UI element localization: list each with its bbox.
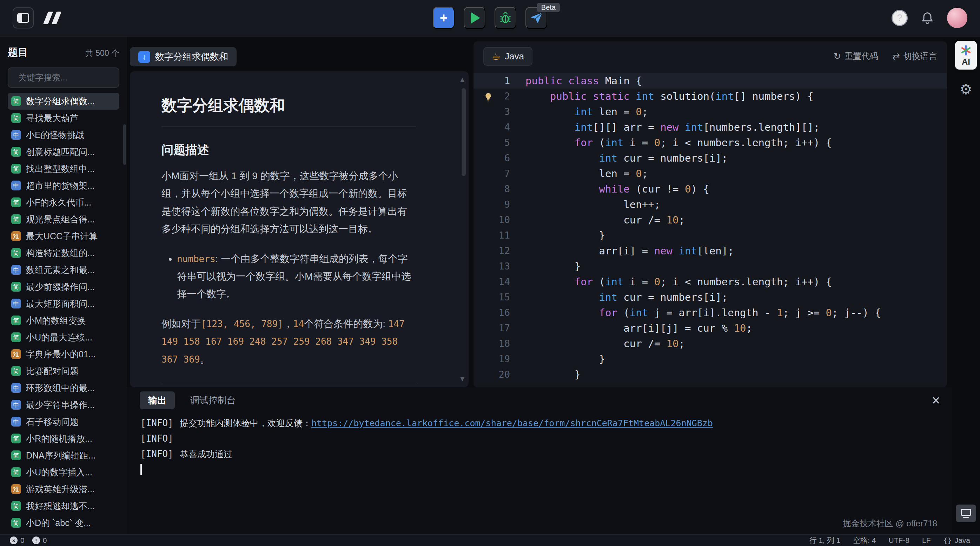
code-line[interactable]: 13 } — [474, 259, 947, 274]
sidebar-scrollbar[interactable] — [123, 125, 126, 165]
line-number: 5 — [474, 135, 510, 150]
settings-gear-icon[interactable]: ⚙ — [959, 82, 972, 96]
code-line[interactable]: 18 cur /= 10; — [474, 336, 947, 351]
problem-list-item[interactable]: 中最大矩形面积问... — [8, 295, 119, 312]
submit-button[interactable]: Beta — [525, 7, 547, 29]
problem-list-item[interactable]: 简观光景点组合得... — [8, 211, 119, 228]
line-number: 4 — [474, 120, 510, 135]
problem-list-item[interactable]: 难字典序最小的01... — [8, 346, 119, 362]
problem-list-item[interactable]: 简小D的 `abc` 变... — [8, 514, 119, 531]
problem-list-item[interactable]: 中石子移动问题 — [8, 413, 119, 430]
bullet-parts: numbers: 一个由多个整数字符串组成的列表，每个字符串可以视为一个数字组。… — [177, 253, 411, 300]
scroll-up-icon[interactable]: ▲ — [459, 75, 466, 84]
marscode-logo[interactable] — [46, 11, 59, 24]
problem-item-label: 比赛配对问题 — [26, 366, 79, 377]
problem-list-item[interactable]: 中超市里的货物架... — [8, 177, 119, 194]
scroll-down-icon[interactable]: ▼ — [459, 375, 466, 383]
code-line[interactable]: 6 int cur = numbers[i]; — [474, 150, 947, 166]
sidebar-toggle-button[interactable] — [13, 7, 34, 29]
language-label: Java — [505, 51, 524, 62]
tab-output[interactable]: 输出 — [140, 391, 175, 409]
eol-setting[interactable]: LF — [922, 536, 931, 544]
problem-list-item[interactable]: 简小R的随机播放... — [8, 430, 119, 447]
problem-list-item[interactable]: 中小E的怪物挑战 — [8, 126, 119, 143]
tab-debug-console[interactable]: 调试控制台 — [190, 394, 236, 407]
warnings-indicator[interactable]: ! 0 — [32, 536, 47, 544]
java-cup-icon: ☕ — [492, 51, 501, 62]
debug-button[interactable] — [495, 7, 516, 29]
problem-item-label: 找出整型数组中... — [26, 163, 95, 175]
problem-badge[interactable]: ↓ 数字分组求偶数和 — [130, 47, 237, 66]
reset-icon: ↻ — [833, 51, 841, 62]
problem-scrollbar[interactable] — [461, 88, 466, 176]
screen-mode-button[interactable] — [956, 504, 976, 522]
problem-item-label: 数组元素之和最... — [26, 264, 95, 276]
problem-list-item[interactable]: 简找出整型数组中... — [8, 160, 119, 177]
code-lines[interactable]: 1public class Main {2 public static int … — [474, 71, 947, 387]
new-window-button[interactable]: + — [433, 7, 455, 29]
code-line[interactable]: 10 cur /= 10; — [474, 212, 947, 228]
code-line[interactable]: 19 } — [474, 351, 947, 367]
problem-list-item[interactable]: 简数字分组求偶数... — [8, 93, 119, 110]
problem-list-item[interactable]: 简比赛配对问题 — [8, 362, 119, 380]
problem-list-item[interactable]: 简DNA序列编辑距... — [8, 447, 119, 464]
language-selector[interactable]: ☕ Java — [483, 47, 533, 66]
language-mode[interactable]: {} Java — [943, 536, 970, 544]
problem-title: 数字分组求偶数和 — [161, 95, 416, 127]
code-line[interactable]: 11 } — [474, 228, 947, 243]
code-line[interactable]: 1public class Main { — [474, 73, 947, 89]
problem-list-item[interactable]: 简小U的最大连续... — [8, 329, 119, 346]
problem-list-item[interactable]: 难最大UCC子串计算 — [8, 228, 119, 244]
code-line[interactable]: 7 len = 0; — [474, 166, 947, 181]
line-number: 17 — [474, 321, 510, 336]
code-line[interactable]: 15 int cur = numbers[i]; — [474, 289, 947, 305]
code-line[interactable]: 5 for (int i = 0; i < numbers.length; i+… — [474, 135, 947, 150]
code-line[interactable]: 20 } — [474, 367, 947, 382]
problem-list-item[interactable]: 简我好想逃却逃不... — [8, 498, 119, 514]
ai-assistant-button[interactable]: AI — [955, 41, 977, 70]
problem-list-item[interactable]: 简创意标题匹配问... — [8, 143, 119, 160]
code-line[interactable]: 14 for (int i = 0; i < numbers.length; i… — [474, 274, 947, 289]
difficulty-badge: 简 — [11, 467, 21, 477]
switch-language-button[interactable]: ⇄ 切换语言 — [892, 51, 937, 62]
panel-toggle-icon — [17, 13, 29, 23]
notifications-bell-icon[interactable] — [920, 11, 934, 25]
code-line[interactable]: 17 arr[i][j] = cur % 10; — [474, 321, 947, 336]
help-button[interactable]: ? — [891, 10, 908, 26]
line-number: 20 — [474, 367, 510, 382]
cursor-position[interactable]: 行 1, 列 1 — [809, 535, 840, 545]
encoding-setting[interactable]: UTF-8 — [889, 536, 910, 544]
search-box[interactable] — [8, 67, 119, 88]
code-line[interactable]: 3 int len = 0; — [474, 104, 947, 120]
run-button[interactable] — [464, 7, 485, 29]
monitor-icon — [961, 509, 971, 516]
problem-list-item[interactable]: 简构造特定数组的... — [8, 244, 119, 262]
log-level-tag: [INFO] — [140, 415, 173, 431]
problem-list-item[interactable]: 简小F的永久代币... — [8, 194, 119, 211]
problem-list-item[interactable]: 难游戏英雄升级潜... — [8, 481, 119, 498]
problem-list-item[interactable]: 简小U的数字插入... — [8, 464, 119, 481]
problem-list-item[interactable]: 中环形数组中的最... — [8, 380, 119, 396]
code-line[interactable]: 2 public static int solution(int[] numbe… — [474, 89, 947, 104]
console-output[interactable]: [INFO]提交功能内测体验中，欢迎反馈：https://bytedance.l… — [130, 413, 950, 479]
console-link[interactable]: https://bytedance.larkoffice.com/share/b… — [311, 418, 713, 428]
code-line[interactable]: 4 int[][] arr = new int[numbers.length][… — [474, 120, 947, 135]
problem-list-item[interactable]: 简寻找最大葫芦 — [8, 110, 119, 126]
errors-indicator[interactable]: × 0 — [10, 536, 25, 544]
difficulty-badge: 中 — [11, 400, 21, 410]
problem-list-item[interactable]: 简最少前缀操作问... — [8, 278, 119, 295]
reset-code-button[interactable]: ↻ 重置代码 — [833, 51, 878, 62]
problem-badge-title: 数字分组求偶数和 — [155, 51, 228, 63]
search-input[interactable] — [18, 73, 127, 83]
code-line[interactable]: 8 while (cur != 0) { — [474, 181, 947, 197]
indent-setting[interactable]: 空格: 4 — [853, 535, 876, 545]
user-avatar[interactable] — [947, 8, 967, 28]
problem-list-item[interactable]: 简小M的数组变换 — [8, 312, 119, 329]
code-line[interactable]: 9 len++; — [474, 197, 947, 212]
close-console-icon[interactable]: × — [932, 393, 940, 407]
problem-list-item[interactable]: 中最少字符串操作... — [8, 396, 119, 413]
code-line[interactable]: 16 for (int j = arr[i].length - 1; j >= … — [474, 305, 947, 321]
problem-list-item[interactable]: 中数组元素之和最... — [8, 262, 119, 278]
code-line[interactable]: 12 arr[i] = new int[len]; — [474, 243, 947, 259]
difficulty-badge: 简 — [11, 96, 21, 106]
